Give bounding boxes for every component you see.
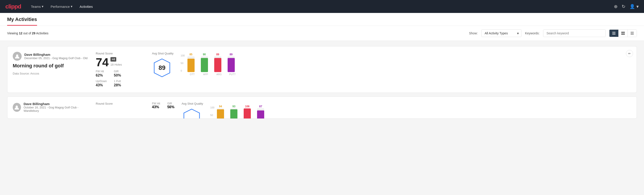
user-row: Dave Billingham December 05, 2021 - Gog … [13,52,88,61]
activity-type-select-wrapper: All Activity Types [481,30,522,37]
svg-rect-6 [623,34,624,35]
bar-col-app: 90 [201,53,208,72]
card-left: Dave Billingham December 05, 2021 - Gog … [13,52,88,75]
search-input[interactable] [543,30,606,37]
activity-card-2: Dave Billingham October 16, 2021 - Gog M… [7,96,637,119]
refresh-icon[interactable]: ↻ [622,4,626,9]
x-label-putt: PUTT [229,73,236,76]
bar2-app: 93 [230,105,238,119]
viewing-text: Viewing 12 out of 29 Activities [7,32,466,35]
bar-chart: 100 50 0 85 90 [181,54,264,76]
hexagon-2 [182,108,202,119]
stats-section-2: Round Score [96,102,145,107]
quality-left: Avg Shot Quality 89 [152,52,174,78]
fw-hit-stat: FW Hit 62% Up/Down 43% [96,70,107,87]
user-date-2: October 16, 2021 - Gog Magog Golf Club -… [24,106,88,112]
x-label-app: APP [202,73,209,76]
user-name-2: Dave Billingham [24,102,88,106]
quality-title-2: Avg Shot Quality [182,102,203,105]
svg-rect-4 [623,32,624,33]
round-score-row: 74 +4 18 Holes [96,56,145,68]
arg-bar-bg [214,56,221,72]
user-name: Dave Billingham [24,53,88,56]
round-score-label-2: Round Score [96,102,145,105]
page-header: My Activities [0,13,644,26]
filter-bar: Viewing 12 out of 29 Activities Show: Al… [0,26,644,41]
quality-section-2: Avg Shot Quality 100 50 0 94 [182,102,293,119]
keywords-label: Keywords: [525,32,540,35]
grid-view-button[interactable] [618,30,628,37]
gir-stat: GIR 50% 1 Putt 28% [114,70,121,87]
putt-value: 89 [230,53,232,56]
bar-col-arg: 89 [214,53,221,72]
arg2-value: 106 [245,105,250,108]
bar-chart-2: 100 50 0 94 93 10 [210,106,293,119]
holes-text: 18 Holes [110,63,122,66]
nav-actions: ⊕ ↻ 👤 ▾ [614,4,639,9]
putt-bar-bg [228,56,235,72]
svg-rect-1 [612,33,616,34]
svg-marker-13 [184,109,200,119]
svg-rect-3 [622,32,623,33]
add-icon[interactable]: ⊕ [614,4,618,9]
y-axis-labels: 100 50 0 [181,54,185,72]
activity-card: ✏ Dave Billingham December 05, 2021 - Go… [7,46,637,93]
user-info: Dave Billingham December 05, 2021 - Gog … [24,53,88,60]
show-label: Show: [469,32,478,35]
arg-bar-fill [214,58,221,72]
activity-title: Morning round of golf [13,63,88,69]
nav-item-teams[interactable]: Teams ▾ [31,4,44,8]
ott2-value: 94 [219,105,222,108]
ott-bar-bg [188,56,194,72]
putt2-value: 87 [259,105,262,108]
svg-rect-9 [630,34,634,34]
quality-title: Avg Shot Quality [152,52,174,55]
data-source: Data Source: Arccos [13,72,88,75]
ott-value: 85 [190,53,192,56]
bars-row-2: 94 93 106 87 [217,106,293,119]
app-value: 90 [203,53,206,56]
nav-item-performance[interactable]: Performance ▾ [51,4,72,8]
user-date: December 05, 2021 - Gog Magog Golf Club … [24,56,88,60]
arg-value: 89 [216,53,219,56]
view-toggle [609,30,637,37]
x-labels: OTT APP ARG PUTT [181,73,264,76]
user-menu[interactable]: 👤 ▾ [630,4,639,9]
sub-stats: FW Hit 62% Up/Down 43% GIR 50% 1 Putt 28… [96,70,145,87]
hexagon: 89 [152,58,172,78]
bars-row: 85 90 [188,54,264,72]
score-badge: +4 [110,57,116,62]
x-label-ott: OTT [189,73,196,76]
gir-2: GIR 56% [167,102,174,109]
avatar [13,52,22,61]
fw-hit-2: FW Hit 43% [152,102,160,109]
round-score-label: Round Score [96,52,145,55]
avatar-2 [13,103,21,112]
quality-left-2: Avg Shot Quality [182,102,203,119]
bar-col-putt: 89 [228,53,235,72]
activity-type-select[interactable]: All Activity Types [481,30,522,37]
svg-rect-5 [622,34,623,35]
page-title: My Activities [7,16,37,26]
svg-rect-8 [630,33,634,34]
y-axis-labels-2: 100 50 0 [210,106,214,119]
card-left-2: Dave Billingham October 16, 2021 - Gog M… [13,102,88,115]
svg-rect-2 [612,34,616,34]
list-compact-view-button[interactable] [610,30,618,37]
edit-button[interactable]: ✏ [626,50,633,57]
nav-item-activities[interactable]: Activities [80,5,93,8]
quality-section: Avg Shot Quality 89 100 50 0 [152,52,264,78]
score-value: 74 [96,56,109,68]
stats-group-2: FW Hit 43% GIR 56% [152,102,174,109]
bar2-arg: 106 [244,105,251,119]
logo[interactable]: clippd [5,3,21,10]
svg-rect-0 [612,32,616,32]
svg-rect-7 [630,32,634,32]
stats-section: Round Score 74 +4 18 Holes FW Hit 62% Up… [96,52,145,87]
bar2-ott: 94 [217,105,224,119]
bar2-putt: 87 [257,105,264,119]
list-view-button[interactable] [628,30,637,37]
navbar: clippd Teams ▾ Performance ▾ Activities … [0,0,644,13]
user-info-2: Dave Billingham October 16, 2021 - Gog M… [24,102,88,112]
app2-value: 93 [232,105,236,108]
